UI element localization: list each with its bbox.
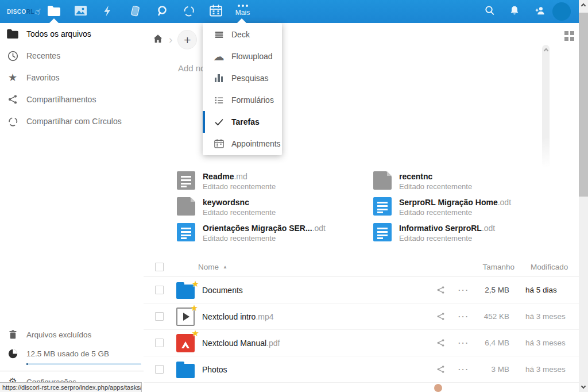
sidebar-item-recent[interactable]: Recentes bbox=[0, 45, 144, 67]
share-button[interactable] bbox=[435, 339, 446, 347]
contacts-button[interactable] bbox=[527, 0, 552, 23]
quota-progress-fill bbox=[26, 363, 28, 365]
folder-icon bbox=[176, 364, 195, 378]
calendar-icon bbox=[213, 138, 225, 149]
column-header-modified[interactable]: Modificado bbox=[531, 263, 579, 271]
favorite-star-icon: ★ bbox=[191, 303, 198, 312]
circles-icon bbox=[6, 116, 20, 127]
clock-icon bbox=[6, 50, 20, 62]
grid-view-toggle-button[interactable] bbox=[564, 31, 574, 41]
row-checkbox[interactable] bbox=[155, 339, 164, 347]
file-modified: há 3 meses bbox=[525, 339, 574, 347]
row-actions-button[interactable]: ··· bbox=[458, 312, 469, 321]
sidebar-item-label: Compartilhar com Círculos bbox=[26, 117, 122, 126]
recent-files-grid: Readme.mdEditado recentemente recentncEd… bbox=[177, 171, 579, 249]
nav-photos-button[interactable] bbox=[67, 0, 94, 23]
pdf-file-icon: ★ bbox=[176, 334, 195, 352]
row-checkbox[interactable] bbox=[155, 312, 164, 321]
quota-progress-bar bbox=[26, 363, 141, 365]
menu-item-appointments[interactable]: Appointments bbox=[203, 133, 282, 155]
home-icon[interactable] bbox=[153, 34, 163, 45]
row-checkbox[interactable] bbox=[155, 365, 164, 374]
recent-file-readme[interactable]: Readme.mdEditado recentemente bbox=[177, 171, 373, 197]
search-button[interactable] bbox=[477, 0, 502, 23]
app-logo[interactable]: DISCORL ☝ bbox=[7, 0, 40, 23]
menu-item-formularios[interactable]: Formulários bbox=[203, 89, 282, 111]
column-header-size[interactable]: Tamanho bbox=[478, 263, 514, 271]
nav-circles-button[interactable] bbox=[175, 0, 202, 23]
scrollbar-up-arrow[interactable] bbox=[581, 3, 586, 8]
folder-icon: ★ bbox=[176, 285, 195, 299]
browser-scrollbar[interactable] bbox=[579, 0, 588, 392]
cloud-icon: ☁ bbox=[213, 51, 225, 62]
table-row-documents[interactable]: ★ Documents ··· 2,5 MB há 5 dias bbox=[144, 277, 579, 303]
table-row-nextcloud-manual[interactable]: ★ Nextcloud Manual.pdf ··· 6,4 MB há 3 m… bbox=[144, 330, 579, 356]
contacts-icon bbox=[535, 5, 546, 18]
nav-app-card-button[interactable] bbox=[121, 0, 148, 23]
nav-search-app-button[interactable] bbox=[148, 0, 175, 23]
app-navigation: Mais bbox=[40, 0, 256, 23]
recent-file-orientacoes[interactable]: Orientações Migração SER....odtEditado r… bbox=[177, 223, 373, 249]
inner-scrollbar[interactable] bbox=[542, 45, 550, 168]
select-all-checkbox[interactable] bbox=[155, 263, 164, 271]
nav-calendar-button[interactable] bbox=[202, 0, 229, 23]
row-actions-button[interactable]: ··· bbox=[458, 286, 469, 294]
row-actions-button[interactable]: ··· bbox=[458, 339, 469, 347]
sidebar-item-favorites[interactable]: ★ Favoritos bbox=[0, 67, 144, 89]
recent-file-keywordsnc[interactable]: keywordsncEditado recentemente bbox=[177, 197, 373, 223]
active-app-pointer bbox=[49, 18, 59, 23]
status-url: https://discorl-rst.rce.serpro/index.php… bbox=[2, 384, 142, 391]
recent-file-serprorl-migracao[interactable]: SerproRL Migração Home.odtEditado recent… bbox=[373, 197, 570, 223]
scrollbar-thumb[interactable] bbox=[579, 13, 588, 197]
more-label: Mais bbox=[235, 9, 250, 17]
sidebar-item-shares[interactable]: Compartilhamentos bbox=[0, 89, 144, 110]
share-button[interactable] bbox=[435, 365, 446, 374]
file-size: 452 KB bbox=[473, 312, 509, 321]
scroll-up-chevron-icon bbox=[543, 48, 548, 53]
logo-text: DISCORL bbox=[7, 9, 34, 15]
deleted-files-button[interactable]: Arquivos excluídos bbox=[0, 324, 144, 345]
generic-file-icon bbox=[373, 171, 392, 190]
sidebar-item-label: Favoritos bbox=[26, 73, 60, 82]
menu-item-pesquisas[interactable]: Pesquisas bbox=[203, 67, 282, 89]
deck-icon bbox=[213, 29, 225, 40]
file-size: 6,4 MB bbox=[473, 339, 509, 347]
menu-item-flowupload[interactable]: ☁ Flowupload bbox=[203, 45, 282, 67]
sort-asc-icon: ▲ bbox=[223, 264, 227, 270]
menu-item-tarefas[interactable]: Tarefas bbox=[203, 111, 282, 133]
checkmark-icon bbox=[213, 116, 225, 128]
nav-activity-button[interactable] bbox=[94, 0, 121, 23]
table-row-nextcloud-intro[interactable]: ★ Nextcloud intro.mp4 ··· 452 KB há 3 me… bbox=[144, 303, 579, 330]
sidebar-item-circles[interactable]: Compartilhar com Círculos bbox=[0, 110, 144, 132]
photos-icon bbox=[75, 6, 87, 17]
favorite-star-icon: ★ bbox=[192, 279, 199, 288]
files-folder-icon bbox=[48, 6, 60, 18]
file-size: 2,5 MB bbox=[473, 286, 509, 294]
table-row-photos[interactable]: Photos ··· 3 MB há 3 meses bbox=[144, 356, 579, 383]
markdown-file-icon bbox=[177, 171, 195, 190]
calendar-icon bbox=[210, 5, 222, 18]
recent-file-informativo[interactable]: Informativo SerproRL.odtEditado recentem… bbox=[373, 223, 570, 249]
table-row-partial bbox=[144, 383, 579, 390]
recent-file-recentnc[interactable]: recentncEditado recentemente bbox=[373, 171, 570, 197]
new-file-button[interactable]: + bbox=[177, 30, 197, 49]
table-header: Nome▲ Tamanho Modificado bbox=[144, 258, 579, 277]
user-avatar[interactable] bbox=[552, 2, 571, 21]
share-owner-avatar bbox=[434, 384, 442, 392]
file-modified: há 3 meses bbox=[525, 365, 574, 374]
video-file-icon: ★ bbox=[176, 308, 195, 326]
column-header-name[interactable]: Nome▲ bbox=[198, 263, 227, 271]
share-icon bbox=[6, 94, 20, 105]
share-button[interactable] bbox=[435, 312, 446, 321]
search-icon bbox=[484, 5, 495, 18]
menu-item-deck[interactable]: Deck bbox=[203, 24, 282, 45]
share-button[interactable] bbox=[435, 286, 446, 294]
more-dots-icon bbox=[238, 5, 248, 7]
sidebar-item-all-files[interactable]: Todos os arquivos bbox=[0, 23, 144, 45]
row-actions-button[interactable]: ··· bbox=[458, 365, 469, 374]
scrollbar-down-arrow[interactable] bbox=[581, 384, 586, 389]
row-checkbox[interactable] bbox=[155, 286, 164, 294]
notifications-button[interactable] bbox=[502, 0, 527, 23]
favorite-star-icon: ★ bbox=[192, 329, 199, 337]
top-bar: DISCORL ☝ bbox=[0, 0, 588, 23]
